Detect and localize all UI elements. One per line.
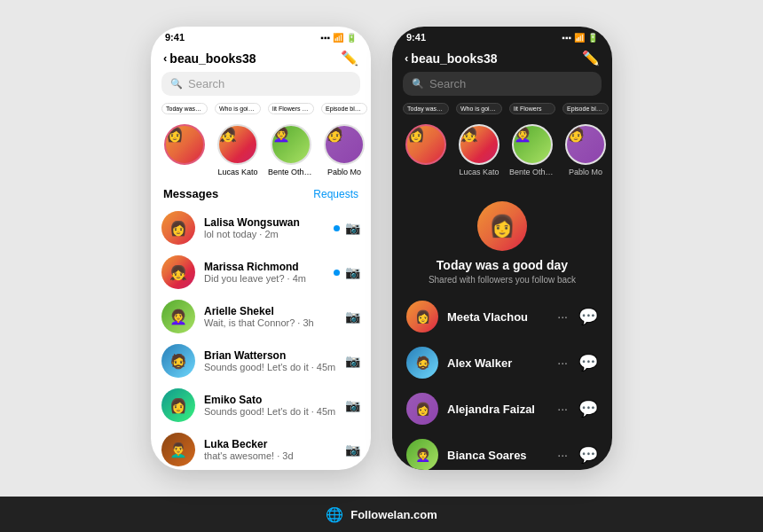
msg-content-4: Emiko Sato Sounds good! Let's do it · 45… (204, 394, 336, 417)
share-avatar-3: 👩‍🦱 (406, 439, 438, 470)
msg-actions-5: 📷 (345, 442, 360, 457)
msg-content-0: Lalisa Wongsuwan lol not today · 2m (204, 216, 325, 239)
footer: 🌐 Followelan.com (0, 497, 763, 532)
msg-avatar-0: 👩 (161, 211, 195, 245)
footer-text: Followelan.com (350, 508, 437, 521)
story-r-emoji-2: 👩‍🦱 (514, 127, 531, 142)
share-name-1: Alex Walker (447, 356, 548, 370)
scene: 9:41 ▪▪▪ 📶 🔋 ‹ beau_books38 ✏️ 🔍 Search … (0, 0, 763, 497)
wifi-icon-r: 📶 (574, 33, 585, 43)
share-item-3[interactable]: 👩‍🦱 Bianca Soares ··· 💬 (399, 432, 605, 470)
username-right: beau_books38 (411, 51, 497, 66)
camera-icon-0: 📷 (345, 221, 360, 235)
story-avatar-emoji-0: 👩 (166, 127, 184, 142)
unread-dot-0 (334, 225, 340, 231)
message-item-1[interactable]: 👧 Marissa Richmond Did you leave yet? · … (151, 250, 371, 294)
msg-preview-0: lol not today · 2m (204, 229, 325, 239)
message-item-2[interactable]: 👩‍🦱 Arielle Shekel Wait, is that Connor?… (151, 294, 371, 339)
story-r-emoji-0: 👩 (407, 127, 425, 142)
globe-icon: 🌐 (326, 506, 343, 523)
search-placeholder-right: Search (429, 77, 466, 90)
share-name-0: Meeta Vlachou (447, 310, 548, 324)
story-item-0[interactable]: Today was a good day 👩 (161, 103, 208, 176)
msg-content-1: Marissa Richmond Did you leave yet? · 4m (204, 261, 325, 284)
edit-icon-left[interactable]: ✏️ (341, 50, 358, 66)
messages-label: Messages (163, 187, 218, 200)
msg-avatar-5: 👨‍🦱 (161, 433, 195, 466)
back-button-right[interactable]: ‹ beau_books38 (405, 51, 498, 66)
story-item-2[interactable]: lit Flowers Miley 👩‍🦱 Bente Othman (268, 103, 314, 176)
messenger-icon-0[interactable]: 💬 (578, 307, 598, 326)
requests-label[interactable]: Requests (313, 188, 358, 200)
messages-header: Messages Requests (151, 184, 371, 206)
battery-icon: 🔋 (346, 33, 357, 43)
status-bar-right: 9:41 ▪▪▪ 📶 🔋 (392, 27, 612, 46)
messenger-icon-1[interactable]: 💬 (578, 353, 598, 372)
msg-avatar-3: 🧔 (161, 344, 195, 378)
wifi-icon: 📶 (333, 33, 343, 43)
story-r-emoji-3: 🧑 (567, 127, 585, 142)
msg-name-1: Marissa Richmond (204, 261, 325, 273)
share-item-0[interactable]: 👩 Meeta Vlachou ··· 💬 (399, 293, 605, 340)
story-item-3[interactable]: Episode blew my m 🧑 Pablo Mo (321, 103, 367, 176)
status-bar-left: 9:41 ▪▪▪ 📶 🔋 (151, 27, 371, 46)
stories-row-right: Today was a good day 👩 Who is going to b… (392, 103, 612, 184)
search-bar-left[interactable]: 🔍 Search (161, 72, 360, 96)
search-icon-left: 🔍 (170, 78, 183, 90)
battery-icon-r: 🔋 (587, 33, 598, 43)
msg-actions-1: 📷 (334, 265, 360, 279)
camera-icon-4: 📷 (345, 398, 360, 412)
messenger-icon-2[interactable]: 💬 (578, 399, 598, 419)
message-item-5[interactable]: 👨‍🦱 Luka Becker that's awesome! · 3d 📷 (151, 427, 371, 470)
message-item-4[interactable]: 👩 Emiko Sato Sounds good! Let's do it · … (151, 383, 371, 427)
camera-icon-5: 📷 (345, 442, 360, 457)
message-item-3[interactable]: 🧔 Brian Watterson Sounds good! Let's do … (151, 339, 371, 383)
msg-content-5: Luka Becker that's awesome! · 3d (204, 438, 336, 461)
note-text: Today was a good day (437, 258, 568, 272)
story-item-r-1[interactable]: Who is going to be 👧 Lucas Kato (456, 103, 502, 176)
username-left: beau_books38 (169, 51, 256, 66)
story-item-r-0[interactable]: Today was a good day 👩 (403, 103, 449, 176)
msg-actions-0: 📷 (334, 221, 360, 235)
back-chevron-left: ‹ (163, 51, 167, 65)
more-icon-0[interactable]: ··· (557, 309, 568, 324)
msg-preview-1: Did you leave yet? · 4m (204, 273, 325, 284)
msg-actions-3: 📷 (345, 354, 360, 368)
msg-name-4: Emiko Sato (204, 394, 336, 406)
msg-avatar-4: 👩 (161, 388, 195, 422)
story-avatar-emoji-1: 👧 (219, 127, 237, 142)
messenger-icon-3[interactable]: 💬 (578, 445, 598, 465)
msg-name-0: Lalisa Wongsuwan (204, 216, 325, 229)
edit-icon-right[interactable]: ✏️ (582, 50, 600, 66)
more-icon-3[interactable]: ··· (557, 448, 568, 462)
message-list: 👩 Lalisa Wongsuwan lol not today · 2m 📷 … (151, 206, 371, 470)
story-item-r-3[interactable]: Episode blew m 🧑 Pablo Mo (562, 103, 609, 176)
msg-content-3: Brian Watterson Sounds good! Let's do it… (204, 349, 336, 372)
camera-icon-1: 📷 (345, 265, 360, 279)
msg-avatar-2: 👩‍🦱 (161, 300, 195, 333)
more-icon-2[interactable]: ··· (557, 402, 568, 416)
share-item-2[interactable]: 👩 Alejandra Faizal ··· 💬 (399, 386, 605, 432)
story-item-1[interactable]: Who is going to be in SF? 👧 Lucas Kato (215, 103, 261, 176)
status-icons-left: ▪▪▪ 📶 🔋 (320, 33, 357, 43)
more-icon-1[interactable]: ··· (557, 356, 568, 370)
msg-avatar-1: 👧 (161, 255, 195, 289)
story-item-r-2[interactable]: lit Flowers 👩‍🦱 Bente Othman (509, 103, 555, 176)
share-list: 👩 Meeta Vlachou ··· 💬 🧔 Alex Walker ··· … (392, 293, 612, 470)
share-item-1[interactable]: 🧔 Alex Walker ··· 💬 (399, 340, 605, 386)
back-button-left[interactable]: ‹ beau_books38 (163, 51, 256, 66)
back-chevron-right: ‹ (405, 51, 408, 65)
msg-name-3: Brian Watterson (204, 349, 336, 362)
search-placeholder-left: Search (188, 77, 224, 90)
msg-preview-2: Wait, is that Connor? · 3h (204, 317, 336, 328)
share-name-3: Bianca Soares (447, 449, 548, 462)
msg-preview-4: Sounds good! Let's do it · 45m (204, 406, 336, 417)
search-icon-right: 🔍 (412, 78, 424, 90)
share-avatar-2: 👩 (406, 393, 438, 425)
note-avatar-large: 👩 (477, 201, 527, 251)
msg-actions-4: 📷 (345, 398, 360, 412)
search-bar-right[interactable]: 🔍 Search (403, 72, 602, 96)
message-item-0[interactable]: 👩 Lalisa Wongsuwan lol not today · 2m 📷 (151, 206, 371, 250)
stories-row-left: Today was a good day 👩 Who is going to b… (151, 103, 371, 184)
status-icons-right: ▪▪▪ 📶 🔋 (562, 33, 598, 43)
